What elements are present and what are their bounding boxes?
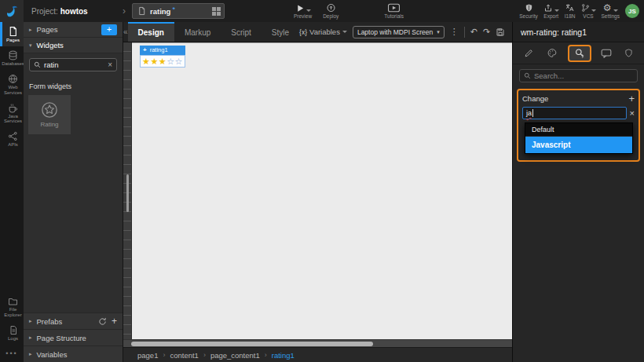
tab-security[interactable] [621,46,636,60]
page-structure-section-label: Page Structure [37,334,86,342]
rating1-widget[interactable]: + rating1 ★★★☆☆ [140,46,185,68]
rail-label: Pages [6,38,20,43]
settings-label: Settings [602,13,620,19]
user-avatar[interactable]: JS [625,4,639,18]
add-prefab-button[interactable]: + [112,316,117,327]
widget-search: ratin × [24,53,123,76]
preview-button[interactable]: Preview [294,4,312,19]
widget-search-input[interactable]: ratin × [29,58,117,71]
rail-more-button[interactable]: ••• [0,345,24,362]
save-button[interactable] [496,27,505,37]
properties-panel: wm-rating: rating1 [512,22,644,362]
rating1-stars[interactable]: ★★★☆☆ [140,55,185,68]
breadcrumb-page1[interactable]: page1 [137,351,158,360]
widgets-section-label: Widgets [37,41,64,49]
preview-caret-icon [306,9,311,12]
star-empty-icon[interactable]: ☆ [175,57,183,66]
rail-item-java-services[interactable]: Java Services [0,99,24,128]
export-icon [543,3,553,13]
star-empty-icon[interactable]: ☆ [166,57,174,66]
breadcrumb-page-content1[interactable]: page_content1 [210,351,260,360]
prefabs-section-header[interactable]: ▸ Prefabs + [24,313,123,329]
settings-button[interactable]: ⚙ Settings [602,3,620,19]
message-icon [601,49,612,58]
vcs-button[interactable]: VCS [581,3,596,19]
page-structure-section-header[interactable]: ▸ Page Structure [24,329,123,346]
tab-properties[interactable] [521,46,537,60]
vertical-scrollbar-thumb[interactable] [126,174,129,212]
change-event-input[interactable]: ja [522,107,627,119]
rail-item-apis[interactable]: APIs [0,127,24,151]
project-label: Project: [31,7,58,16]
undo-button[interactable]: ↶ [470,27,478,37]
clear-search-icon[interactable]: × [108,60,112,69]
open-file-tab[interactable]: rating * [132,3,225,19]
variables-button-label: Variables [309,27,340,36]
security-button[interactable]: Security [519,3,537,19]
rail-item-pages[interactable]: Pages [0,22,24,46]
rating1-widget-header[interactable]: + rating1 [140,46,185,55]
tab-styles[interactable] [543,46,561,60]
dropdown-option-default[interactable]: Default [525,123,632,137]
rail-item-databases[interactable]: Databases [0,46,24,70]
dropdown-option-javascript[interactable]: Javascript [525,137,632,153]
breadcrumb-rating1[interactable]: rating1 [272,351,295,360]
tab-design[interactable]: Design [128,22,174,42]
dashboard-grid-icon[interactable] [212,7,221,16]
variables-section-header[interactable]: ▸ Variables [24,346,123,362]
tab-messages[interactable] [598,47,615,60]
tutorials-button[interactable]: Tutorials [384,3,404,19]
play-icon [295,4,305,13]
device-selector[interactable]: Laptop with MDPI Screen ▾ [353,26,445,38]
pencil-icon [524,48,534,58]
star-filled-icon[interactable]: ★ [142,57,150,66]
rating-widget-tile[interactable]: Rating [28,95,71,134]
search-icon [34,61,41,68]
variables-button[interactable]: {x} Variables [299,27,347,36]
breadcrumb-content1[interactable]: content1 [170,351,198,360]
properties-search-input[interactable]: Search... [519,69,638,82]
rail-label: Web Services [2,85,24,96]
left-panel: ▸ Pages + ▾ Widgets ratin × Form widgets [24,22,123,362]
remove-change-event-icon[interactable]: × [630,108,635,118]
wavemaker-logo[interactable] [0,0,24,22]
more-options-kebab-icon[interactable]: ⋮ [450,27,459,37]
design-canvas[interactable]: + rating1 ★★★☆☆ [132,42,512,339]
translate-icon [565,3,575,13]
collapsed-arrow-icon: ▸ [29,335,32,341]
tab-script[interactable]: Script [221,22,262,42]
deploy-label: Deploy [323,13,338,19]
wavemaker-logo-icon [5,4,19,18]
breadcrumb-separator: › [265,351,267,359]
redo-button[interactable]: ↷ [483,27,490,37]
widgets-section-header[interactable]: ▾ Widgets [24,38,123,53]
collapsed-arrow-icon: ▸ [29,351,32,357]
move-handle-icon[interactable]: + [143,46,147,53]
pages-icon [8,26,18,37]
vcs-caret-icon [591,9,596,12]
export-button[interactable]: Export [543,3,559,19]
deploy-icon [326,3,336,13]
horizontal-scrollbar[interactable] [123,339,512,347]
tab-style[interactable]: Style [262,22,299,42]
rail-item-logs[interactable]: Logs [0,321,24,345]
pages-section-header[interactable]: ▸ Pages + [24,22,123,38]
refresh-icon[interactable] [98,317,107,326]
element-breadcrumb: page1 › content1 › page_content1 › ratin… [123,347,512,362]
deploy-button[interactable]: Deploy [323,3,338,19]
project-name: howtos [60,7,88,16]
project-title: Project: howtos [31,7,123,16]
i18n-button[interactable]: I18N [565,3,576,19]
export-label: Export [543,13,558,19]
canvas-wrap: + rating1 ★★★☆☆ [123,42,512,339]
rail-item-web-services[interactable]: Web Services [0,70,24,99]
horizontal-scrollbar-thumb[interactable] [131,342,373,346]
add-change-event-button[interactable]: + [628,95,635,103]
star-filled-icon[interactable]: ★ [150,57,158,66]
rail-item-file-explorer[interactable]: File Explorer [0,293,24,321]
tutorials-label: Tutorials [384,13,404,19]
add-page-button[interactable]: + [101,24,117,35]
tab-events[interactable] [568,45,591,62]
star-filled-icon[interactable]: ★ [159,57,166,66]
tab-markup[interactable]: Markup [174,22,221,42]
